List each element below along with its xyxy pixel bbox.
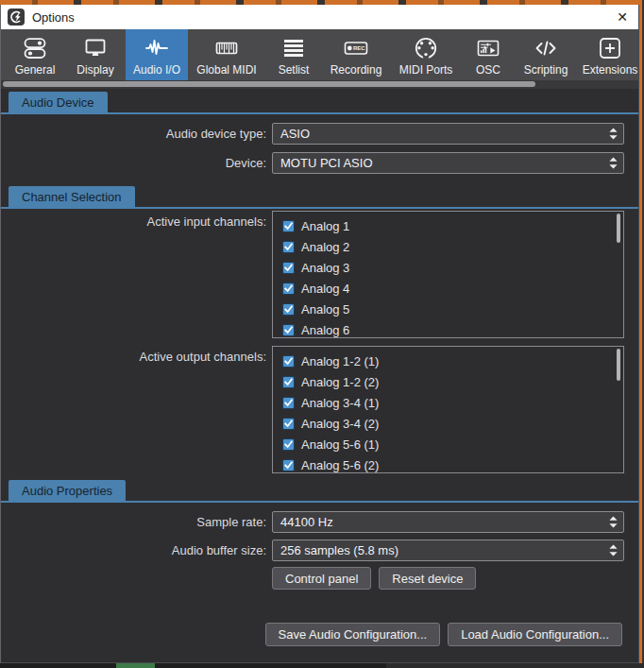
channel-checkbox[interactable] [282,418,295,430]
sample-rate-dropdown[interactable]: 44100 Hz [272,511,624,533]
channel-row[interactable]: Analog 4 [282,278,623,299]
osc-panel-icon [476,36,500,61]
channel-row[interactable]: Analog 6 [282,319,623,338]
section-tab-audio-properties: Audio Properties [8,480,126,501]
title-bar[interactable]: Options ✕ [1,5,638,29]
svg-text:REC: REC [353,45,365,51]
options-dialog: Options ✕ General [0,5,639,663]
tab-setlist[interactable]: Setlist [265,29,322,80]
channel-row[interactable]: Analog 1 [282,215,623,236]
device-type-value: ASIO [280,127,310,141]
load-audio-configuration-button[interactable]: Load Audio Configuration... [448,623,622,646]
channel-label: Analog 3-4 (2) [301,417,379,431]
channel-checkbox[interactable] [282,438,295,451]
channel-label: Analog 5-6 (1) [301,437,379,452]
channel-label: Analog 5-6 (2) [301,458,379,472]
channel-row[interactable]: Analog 5-6 (1) [282,434,623,454]
device-dropdown[interactable]: MOTU PCI ASIO [272,152,624,174]
sample-rate-label: Sample rate: [1,515,266,529]
tab-label: OSC [470,63,506,77]
tab-audio-io[interactable]: Audio I/O [126,29,188,80]
channel-label: Analog 3-4 (1) [301,396,379,410]
field-row-buffer-size: Audio buffer size: 256 samples (5.8 ms) [1,540,638,561]
listbox-scrollbar-thumb[interactable] [617,349,620,381]
tab-label: Global MIDI [191,63,262,77]
rec-icon: REC [344,36,368,61]
save-audio-configuration-button[interactable]: Save Audio Configuration... [265,623,441,646]
channel-checkbox[interactable] [282,241,295,253]
buffer-size-label: Audio buffer size: [1,543,266,557]
tab-label: Setlist [273,63,315,77]
channel-row[interactable]: Analog 3-4 (2) [282,413,623,434]
spinner-icon [609,157,618,169]
tab-scripting[interactable]: Scripting [515,29,577,80]
channel-checkbox[interactable] [282,459,295,471]
reset-device-button[interactable]: Reset device [379,567,476,590]
buffer-size-dropdown[interactable]: 256 samples (5.8 ms) [272,540,624,561]
monitor-icon [83,36,108,61]
channel-label: Analog 1 [301,219,349,233]
toolbar-scrollbar-track[interactable] [1,80,638,89]
tab-label: Audio I/O [127,63,186,77]
listbox-scrollbar-thumb[interactable] [617,214,620,243]
field-row-device-type: Audio device type: ASIO [1,123,638,145]
tab-display[interactable]: Display [65,29,126,80]
desktop-background: Options ✕ General [0,0,644,668]
tab-osc[interactable]: OSC [462,29,515,80]
channel-checkbox[interactable] [282,303,295,316]
channel-label: Analog 1-2 (2) [301,375,379,389]
channel-row[interactable]: Analog 1-2 (1) [282,351,623,371]
channel-row[interactable]: Analog 5 [282,299,623,319]
close-icon[interactable]: ✕ [606,5,638,29]
channel-row[interactable]: Analog 3-4 (1) [282,392,623,413]
configuration-buttons-row: Save Audio Configuration... Load Audio C… [1,623,638,646]
plus-square-icon [598,36,622,61]
channel-label: Analog 4 [301,282,349,296]
tab-label: Extensions [577,63,638,77]
tab-label: General [9,63,61,77]
input-channels-listbox[interactable]: Analog 1 Analog 2 Analog 3 Analog 4 Anal… [272,211,624,338]
channel-row[interactable]: Analog 2 [282,236,623,257]
tab-midi-ports[interactable]: MIDI Ports [390,29,462,80]
channel-row[interactable]: Analog 5-6 (2) [282,454,623,473]
channel-label: Analog 5 [301,302,349,317]
channel-checkbox[interactable] [282,324,295,336]
options-category-toolbar: General Display Audio I/O [1,29,638,80]
desktop-bottom-strip [0,663,644,668]
channel-label: Analog 2 [301,240,349,254]
tab-recording[interactable]: REC Recording [322,29,390,80]
tab-extensions[interactable]: Extensions [577,29,638,80]
toolbar-scrollbar-thumb[interactable] [3,81,535,87]
input-channels-label: Active input channels: [1,211,266,229]
sample-rate-value: 44100 Hz [280,515,333,529]
field-row-input-channels: Active input channels: Analog 1 Analog 2… [1,211,638,338]
tab-global-midi[interactable]: Global MIDI [188,29,265,80]
channel-checkbox[interactable] [282,376,295,388]
channel-checkbox[interactable] [282,397,295,409]
toggles-icon [23,36,47,61]
channel-checkbox[interactable] [282,262,295,274]
device-buttons-row: Control panel Reset device [272,567,638,590]
device-type-label: Audio device type: [1,127,266,141]
channel-checkbox[interactable] [282,355,295,368]
channel-checkbox[interactable] [282,220,295,232]
output-channels-label: Active output channels: [1,346,266,364]
device-type-dropdown[interactable]: ASIO [272,123,624,145]
tab-label: Display [71,63,119,77]
code-icon [534,36,558,61]
channel-row[interactable]: Analog 1-2 (2) [282,371,623,392]
tab-label: MIDI Ports [394,63,459,77]
section-header-audio-device: Audio Device [1,92,638,114]
window-title: Options [32,10,75,25]
channel-checkbox[interactable] [282,283,295,295]
section-tab-channel-selection: Channel Selection [8,186,135,207]
channel-row[interactable]: Analog 3 [282,257,623,278]
tab-general[interactable]: General [5,29,65,80]
channel-label: Analog 1-2 (1) [301,354,379,368]
output-channels-listbox[interactable]: Analog 1-2 (1) Analog 1-2 (2) Analog 3-4… [272,346,624,473]
control-panel-button[interactable]: Control panel [272,567,371,590]
audio-io-settings-panel: Audio Device Audio device type: ASIO Dev… [1,89,638,662]
midi-din-icon [414,36,438,61]
section-header-channel-selection: Channel Selection [1,186,638,209]
device-label: Device: [1,156,266,170]
